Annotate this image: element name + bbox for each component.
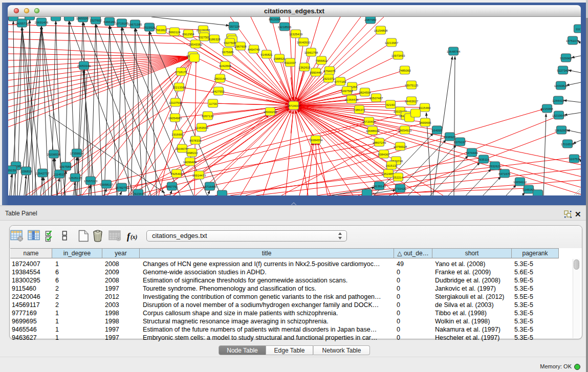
- svg-text:1117: 1117: [576, 28, 581, 31]
- svg-text:8813054: 8813054: [269, 18, 281, 21]
- svg-text:7955812: 7955812: [315, 59, 328, 62]
- svg-text:1114519: 1114519: [54, 173, 66, 176]
- svg-text:1916682: 1916682: [171, 133, 184, 136]
- svg-text:8471676: 8471676: [498, 172, 511, 176]
- svg-text:12213369: 12213369: [172, 86, 186, 89]
- svg-text:6466160: 6466160: [103, 20, 116, 24]
- svg-text:14099489: 14099489: [183, 161, 197, 164]
- svg-text:2803144: 2803144: [214, 77, 226, 80]
- svg-text:20053346: 20053346: [77, 64, 91, 68]
- svg-text:7663822: 7663822: [155, 29, 167, 32]
- svg-text:7357224: 7357224: [228, 25, 240, 28]
- svg-text:6794078: 6794078: [323, 70, 336, 73]
- svg-text:9227342: 9227342: [557, 69, 569, 72]
- svg-text:10961758: 10961758: [304, 51, 318, 54]
- svg-text:15716485: 15716485: [203, 185, 217, 188]
- svg-text:19654923: 19654923: [398, 129, 412, 132]
- svg-text:15692951: 15692951: [555, 129, 569, 132]
- svg-text:14055714: 14055714: [15, 22, 29, 25]
- svg-text:16210643: 16210643: [552, 114, 566, 117]
- svg-text:19218506: 19218506: [278, 26, 292, 29]
- svg-text:1733426: 1733426: [394, 187, 406, 190]
- svg-text:8912954: 8912954: [182, 33, 194, 36]
- svg-text:12213967: 12213967: [385, 41, 399, 45]
- svg-text:(x): (x): [130, 234, 138, 240]
- svg-text:1362615: 1362615: [298, 66, 311, 69]
- svg-text:12923446: 12923446: [132, 192, 145, 195]
- svg-text:7485063: 7485063: [399, 69, 411, 72]
- svg-text:62160: 62160: [386, 103, 395, 106]
- svg-text:16782759: 16782759: [115, 186, 129, 189]
- svg-text:3675685: 3675685: [222, 51, 234, 54]
- svg-text:9242848: 9242848: [219, 64, 231, 68]
- svg-text:11325419: 11325419: [289, 33, 303, 36]
- svg-text:9146821: 9146821: [260, 53, 273, 56]
- svg-text:1244415: 1244415: [552, 99, 564, 102]
- svg-text:11353594: 11353594: [195, 126, 209, 129]
- svg-text:10507487: 10507487: [369, 97, 383, 100]
- svg-text:10973493: 10973493: [391, 54, 405, 57]
- svg-text:16543382: 16543382: [189, 43, 203, 46]
- svg-text:8427552: 8427552: [212, 90, 225, 93]
- svg-text:2967608: 2967608: [234, 45, 247, 48]
- svg-text:9474444: 9474444: [466, 151, 478, 155]
- svg-text:1156819: 1156819: [20, 170, 33, 173]
- svg-text:6497568: 6497568: [341, 90, 353, 93]
- svg-text:2718176: 2718176: [175, 71, 187, 74]
- svg-text:10958107: 10958107: [100, 183, 114, 186]
- svg-text:8186328: 8186328: [208, 38, 221, 41]
- svg-text:14136141: 14136141: [373, 185, 386, 188]
- svg-text:7386372: 7386372: [353, 108, 365, 112]
- svg-text:9384067: 9384067: [378, 153, 390, 156]
- svg-text:19384554: 19384554: [309, 139, 323, 142]
- svg-text:20206536: 20206536: [47, 153, 61, 156]
- svg-text:6379197: 6379197: [454, 141, 466, 144]
- svg-text:10107543: 10107543: [169, 101, 183, 104]
- svg-text:9329965: 9329965: [560, 57, 572, 60]
- svg-text:1588520: 1588520: [273, 57, 286, 60]
- svg-text:7515526: 7515526: [143, 26, 156, 29]
- svg-text:1621072: 1621072: [322, 77, 335, 80]
- svg-text:12093822: 12093822: [554, 84, 568, 87]
- svg-text:164095: 164095: [432, 129, 443, 132]
- svg-text:16671385: 16671385: [128, 23, 142, 26]
- svg-text:9777169: 9777169: [334, 80, 346, 83]
- svg-text:16640910: 16640910: [297, 41, 311, 44]
- svg-text:10688609: 10688609: [366, 129, 380, 133]
- svg-text:17957223: 17957223: [84, 180, 98, 183]
- svg-text:16154808: 16154808: [374, 29, 388, 32]
- svg-text:18724007: 18724007: [287, 104, 301, 107]
- svg-text:8578334: 8578334: [189, 139, 202, 142]
- svg-text:3824554: 3824554: [359, 91, 371, 94]
- svg-text:8215958: 8215958: [541, 107, 553, 111]
- svg-text:10975867: 10975867: [59, 165, 73, 168]
- svg-text:7632621: 7632621: [489, 165, 501, 168]
- svg-text:8322037: 8322037: [284, 61, 296, 64]
- svg-text:8267130: 8267130: [202, 115, 214, 118]
- svg-text:18807249: 18807249: [373, 141, 386, 144]
- svg-text:18300295: 18300295: [264, 111, 277, 114]
- svg-text:9699695: 9699695: [419, 121, 431, 124]
- svg-text:20691406: 20691406: [35, 21, 49, 24]
- svg-text:12505135: 12505135: [69, 177, 82, 180]
- svg-text:12942737: 12942737: [36, 172, 50, 175]
- svg-text:21364436: 21364436: [345, 98, 359, 101]
- svg-text:11700: 11700: [209, 102, 217, 105]
- svg-text:252214: 252214: [393, 176, 404, 179]
- svg-text:1527602: 1527602: [90, 19, 102, 22]
- svg-text:14463627: 14463627: [405, 100, 419, 103]
- svg-text:19054983: 19054983: [168, 117, 182, 120]
- svg-text:3498222: 3498222: [186, 151, 198, 155]
- svg-text:8938923: 8938923: [444, 136, 456, 139]
- svg-text:10648784: 10648784: [447, 50, 461, 53]
- svg-text:10654112: 10654112: [513, 181, 527, 184]
- svg-text:1615132: 1615132: [385, 164, 398, 167]
- svg-text:17359924: 17359924: [70, 152, 84, 155]
- svg-text:39159: 39159: [8, 169, 16, 172]
- svg-text:8660124: 8660124: [168, 31, 181, 34]
- svg-text:2935114: 2935114: [478, 158, 490, 161]
- svg-text:9457791: 9457791: [166, 185, 178, 188]
- svg-text:116753: 116753: [569, 158, 579, 161]
- svg-text:10653267: 10653267: [76, 17, 90, 20]
- svg-text:9327508: 9327508: [224, 41, 236, 45]
